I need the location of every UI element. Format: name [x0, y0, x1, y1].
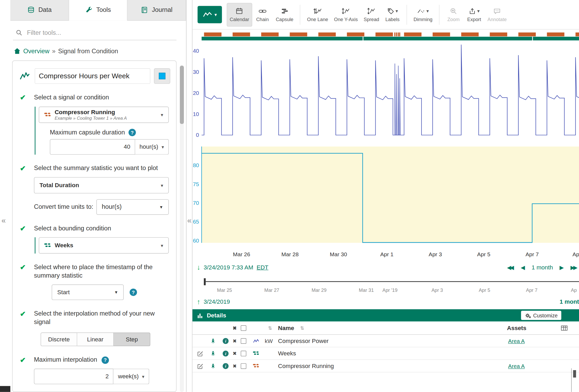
- trend-view-dropdown[interactable]: ▾: [198, 6, 222, 23]
- app-window: « Data Tools: [0, 0, 579, 392]
- display-start-text[interactable]: 3/24/2019 7:33 AM: [204, 264, 253, 271]
- statistic-select[interactable]: Total Duration ▾: [34, 177, 169, 193]
- chevron-down-icon: ▾: [161, 112, 163, 118]
- select-all-checkbox[interactable]: [241, 325, 246, 331]
- item-info-button[interactable]: i: [223, 338, 228, 344]
- toolbar-button-labels[interactable]: ▾ Labels: [382, 3, 403, 26]
- signal-icon: [253, 338, 259, 343]
- timeline-tick-label: Apr '19: [382, 288, 398, 293]
- toolbar-button-chain[interactable]: Chain: [252, 3, 273, 26]
- item-name[interactable]: Compressor Power: [278, 337, 329, 344]
- table-row-compressor-power[interactable]: i ✖ kW Compressor Power Area A: [192, 335, 579, 347]
- toolbar-button-calendar[interactable]: Calendar: [227, 3, 252, 26]
- toolbar-button-one-lane[interactable]: One Lane: [304, 3, 331, 26]
- tab-data[interactable]: Data: [10, 0, 69, 20]
- table-row-weeks[interactable]: i ✖ Weeks: [192, 347, 579, 360]
- asset-link[interactable]: Area A: [508, 338, 525, 344]
- max-duration-unit-select[interactable]: hour(s) ▾: [135, 139, 169, 155]
- filter-tools-input[interactable]: [27, 29, 176, 36]
- item-unit: kW: [265, 338, 273, 344]
- tab-journal[interactable]: Journal: [127, 0, 186, 20]
- row-checkbox[interactable]: [241, 351, 246, 356]
- column-header-name[interactable]: Name: [278, 325, 294, 331]
- spread-icon: [367, 7, 376, 14]
- duration-label[interactable]: 1 month: [532, 264, 553, 271]
- convert-units-select[interactable]: hour(s) ▼: [96, 199, 169, 215]
- toolbar-button-capsule[interactable]: Capsule: [273, 3, 296, 26]
- column-header-assets[interactable]: Assets: [507, 325, 526, 331]
- toolbar-button-spread[interactable]: Spread: [361, 3, 382, 26]
- edit-item-button[interactable]: [197, 350, 203, 357]
- item-name[interactable]: Weeks: [278, 350, 296, 357]
- interpolation-step-button[interactable]: Step: [114, 332, 150, 346]
- condition-green-icon: [253, 351, 259, 356]
- arrow-up-icon: ↑: [197, 298, 200, 306]
- investigate-start-text[interactable]: 3/24/2019: [204, 299, 230, 305]
- asset-swap-button[interactable]: [210, 338, 216, 344]
- remove-all-button[interactable]: ✖: [233, 325, 237, 331]
- pan-left-button[interactable]: ◀: [521, 264, 525, 271]
- help-icon[interactable]: ?: [102, 356, 109, 364]
- remove-item-button[interactable]: ✖: [233, 338, 237, 343]
- details-scrollbar-thumb[interactable]: [573, 370, 576, 378]
- max-interpolation-input[interactable]: [34, 369, 114, 384]
- item-name[interactable]: Compressor Running: [278, 362, 334, 369]
- trend-chart[interactable]: 0102030406065707580: [192, 30, 579, 244]
- step-label: Maximum interpolation: [34, 356, 97, 364]
- step-back-button[interactable]: ◀◀: [507, 264, 514, 271]
- asset-swap-button[interactable]: [210, 363, 216, 369]
- check-icon: ✔: [18, 310, 34, 346]
- trend-icon: [203, 11, 212, 18]
- row-checkbox[interactable]: [241, 363, 246, 369]
- investigate-duration[interactable]: 1 mont: [560, 297, 579, 307]
- tab-tools[interactable]: Tools: [69, 0, 127, 21]
- toolbar-button-export[interactable]: ▾ Export: [464, 3, 484, 26]
- breadcrumb-current: Signal from Condition: [58, 47, 118, 55]
- bounding-condition-select[interactable]: Weeks ▾: [39, 238, 169, 254]
- color-picker-button[interactable]: [154, 68, 170, 84]
- pan-right-button[interactable]: ▶: [559, 264, 564, 271]
- chevron-down-icon: ▾: [477, 8, 480, 14]
- toolbar-button-one-y-axis[interactable]: One Y-Axis: [331, 3, 361, 26]
- timestamp-select[interactable]: Start ▼: [52, 285, 124, 300]
- help-icon[interactable]: ?: [128, 129, 136, 136]
- tool-name-input[interactable]: [35, 68, 150, 84]
- toolbar-button-dimming[interactable]: ▾ Dimming: [410, 3, 435, 26]
- interpolation-linear-button[interactable]: Linear: [77, 332, 114, 346]
- toolbar-button-label: Labels: [385, 16, 400, 22]
- collapse-sidebar-handle[interactable]: «: [187, 216, 192, 224]
- toolbar-button-label: Export: [467, 16, 481, 22]
- step-forward-button[interactable]: ▶▶: [571, 264, 578, 271]
- asset-swap-button[interactable]: [210, 350, 216, 357]
- asset-link[interactable]: Area A: [508, 363, 525, 369]
- sort-icon[interactable]: ⇅: [268, 325, 272, 331]
- edit-item-button[interactable]: [197, 363, 203, 369]
- timeline-range-handle[interactable]: [204, 278, 206, 285]
- customize-button[interactable]: Customize: [521, 311, 561, 320]
- item-info-button[interactable]: i: [223, 350, 228, 356]
- details-scroll-divider: [571, 368, 572, 392]
- signal-select[interactable]: Compressor Running Example » Cooling Tow…: [39, 107, 169, 123]
- remove-item-button[interactable]: ✖: [233, 363, 237, 369]
- chevron-down-icon: ▾: [161, 243, 163, 248]
- check-icon: ✔: [18, 225, 34, 254]
- item-info-button[interactable]: i: [223, 363, 228, 369]
- sidebar-scrollbar-thumb[interactable]: [180, 66, 184, 124]
- collapse-left-handle[interactable]: «: [2, 216, 6, 224]
- max-interpolation-unit-select[interactable]: week(s) ▾: [113, 369, 149, 384]
- timezone-label[interactable]: EDT: [257, 264, 269, 271]
- timeline-selected-range[interactable]: [206, 281, 579, 282]
- row-checkbox[interactable]: [241, 338, 246, 343]
- sort-icon[interactable]: ⇅: [300, 325, 304, 331]
- breadcrumb-overview-link[interactable]: Overview: [23, 47, 49, 55]
- filter-tools-bar: [13, 26, 176, 40]
- max-duration-input[interactable]: [50, 139, 135, 155]
- toolbar-button-label: Capsule: [276, 16, 293, 22]
- remove-item-button[interactable]: ✖: [233, 351, 237, 356]
- chevron-down-icon: ▾: [142, 374, 144, 379]
- interpolation-discrete-button[interactable]: Discrete: [41, 332, 77, 346]
- signal-select-value: Compressor Running: [55, 109, 127, 116]
- column-picker-icon[interactable]: [561, 325, 568, 331]
- table-row-compressor-running[interactable]: i ✖ Compressor Running Area A: [192, 360, 579, 372]
- help-icon[interactable]: ?: [130, 289, 137, 296]
